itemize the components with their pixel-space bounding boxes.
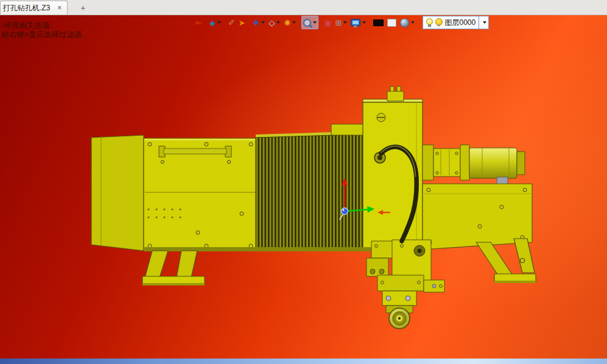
- wireframe-cube-icon: ◇: [268, 19, 275, 27]
- drill-head-assembly[interactable]: [367, 240, 444, 329]
- layer-name-label: 图层0000: [444, 18, 475, 28]
- prompt-text: -环境相关选项. 标右键>显示选择过滤器.: [1, 21, 84, 40]
- magnifier-icon: [303, 19, 311, 27]
- eraser-button[interactable]: ✐: [226, 16, 237, 29]
- monitor-icon: [351, 19, 360, 26]
- dropdown-arrow-icon: [483, 21, 486, 24]
- dropdown-arrow-icon[interactable]: [292, 21, 296, 24]
- black-swatch-icon: [373, 19, 384, 26]
- dropdown-arrow-icon[interactable]: [313, 21, 317, 24]
- tab-title: 打孔钻孔机.Z3: [3, 3, 50, 13]
- column[interactable]: [363, 99, 423, 251]
- wireframe-display-button[interactable]: ◇: [267, 16, 282, 29]
- tab-bar: 打孔钻孔机.Z3 × +: [0, 0, 607, 15]
- zw3d-window: 打孔钻孔机.Z3 × +: [0, 0, 607, 364]
- pick-arrow-button[interactable]: ➤: [237, 16, 247, 29]
- color-wheel-button[interactable]: ✺: [282, 16, 298, 29]
- left-end-plate[interactable]: [91, 135, 144, 251]
- display-monitor-button[interactable]: [349, 16, 368, 29]
- shaded-display-button[interactable]: ❖: [251, 16, 267, 29]
- view-orientation-button[interactable]: ◈: [208, 16, 223, 29]
- new-tab-button[interactable]: +: [76, 1, 89, 15]
- tab-close-icon[interactable]: ×: [55, 4, 63, 12]
- color-wheel-icon: ✺: [284, 19, 290, 27]
- black-swatch-button[interactable]: [371, 16, 385, 29]
- pick-arrow-icon: ➤: [239, 19, 245, 27]
- left-panel[interactable]: [144, 138, 257, 251]
- capture-window-icon: ▣: [324, 19, 331, 27]
- layer-dropdown-button[interactable]: [479, 16, 489, 29]
- layer-group: 图层0000: [423, 16, 489, 29]
- shaded-cube-icon: ❖: [253, 19, 260, 27]
- dropdown-arrow-icon[interactable]: [343, 21, 347, 24]
- view-window-button[interactable]: ⊞: [334, 16, 349, 29]
- lightbulb-icon[interactable]: [426, 18, 433, 27]
- bellows-cover[interactable]: [256, 131, 373, 251]
- material-sphere-icon: [400, 18, 409, 27]
- layer-control[interactable]: 图层0000: [423, 16, 479, 29]
- dropdown-arrow-icon[interactable]: [362, 21, 366, 24]
- dropdown-arrow-icon[interactable]: [411, 21, 415, 24]
- zoom-button[interactable]: [301, 16, 318, 29]
- floating-toolbar: ⇤ ◈ ✐ ➤ ❖ ◇ ✺: [194, 16, 489, 29]
- top-bracket[interactable]: [387, 86, 404, 101]
- machine-model[interactable]: [91, 86, 536, 329]
- right-legs[interactable]: [476, 239, 536, 283]
- dropdown-arrow-icon[interactable]: [276, 21, 280, 24]
- white-swatch-button[interactable]: [385, 16, 398, 29]
- body-bottom-edge: [144, 247, 373, 251]
- eraser-icon: ✐: [228, 19, 235, 27]
- material-sphere-button[interactable]: [398, 16, 416, 29]
- left-legs[interactable]: [142, 251, 205, 285]
- view-window-icon: ⊞: [335, 19, 342, 27]
- dropdown-arrow-icon[interactable]: [217, 21, 221, 24]
- cad-model-canvas[interactable]: [0, 15, 607, 364]
- dropdown-arrow-icon[interactable]: [261, 21, 265, 24]
- capture-window-button[interactable]: ▣: [322, 16, 333, 29]
- toolbar-gap: [247, 23, 251, 23]
- view-orientation-icon: ◈: [209, 19, 216, 27]
- exit-icon: ⇤: [195, 19, 202, 27]
- exit-button[interactable]: ⇤: [194, 16, 204, 29]
- prompt-line-2: 标右键>显示选择过滤器.: [1, 30, 84, 40]
- document-tab[interactable]: 打孔钻孔机.Z3 ×: [0, 1, 68, 15]
- layer-color-bulb-icon[interactable]: [435, 18, 442, 27]
- status-bar: [0, 359, 607, 364]
- prompt-line-1: -环境相关选项.: [1, 21, 84, 30]
- white-swatch-icon: [387, 19, 396, 27]
